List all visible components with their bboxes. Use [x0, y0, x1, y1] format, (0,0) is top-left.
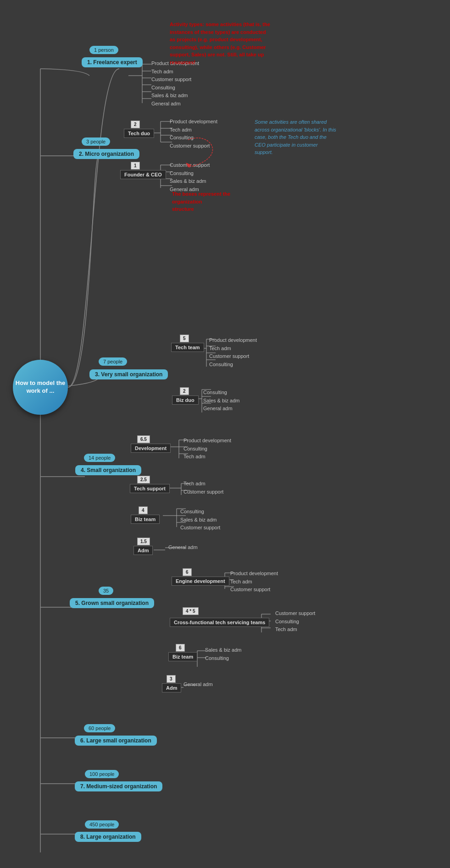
people-count-org8: 450 people: [85, 820, 119, 829]
count-bizteam-org4: 4: [139, 506, 148, 514]
org1-activities: Product development Tech adm Customer su…: [151, 60, 199, 108]
count-crossfunc-org5: 4 * 5: [183, 607, 199, 615]
org5-team3-activities: Sales & biz adm Consulting: [205, 646, 241, 662]
connector-lines: [0, 0, 450, 868]
org-name-4: 4. Small organization: [75, 465, 141, 475]
count-dev-org4: 6.5: [137, 435, 150, 443]
annotation-org-structure: The boxes represent theorganizationstruc…: [172, 190, 230, 213]
count-adm-org5: 3: [167, 675, 176, 683]
org3-team1-activities: Product development Tech adm Customer su…: [209, 336, 257, 368]
team-box-tech-team-org3: Tech team: [171, 343, 204, 352]
org-name-3: 3. Very small organization: [89, 369, 168, 379]
people-count-org4: 14 people: [84, 454, 115, 462]
svg-marker-65: [186, 163, 192, 167]
count-founder: 1: [131, 162, 140, 170]
team-box-crossfunc-org5: Cross-functional tech servicing teams: [170, 618, 269, 627]
team-box-founder: Founder & CEO: [120, 170, 166, 179]
org4-team4-activities: General adm: [168, 544, 198, 552]
count-enginedev-org5: 6: [183, 568, 192, 576]
people-count-org6: 60 people: [84, 724, 115, 732]
org-name-7: 7. Medium-sized organization: [75, 781, 162, 791]
team-box-bizteam-org4: Biz team: [131, 515, 160, 524]
shared-activity-arrow: [183, 135, 248, 172]
count-tech-duo: 2: [131, 121, 140, 128]
org4-team2-activities: Tech adm Customer support: [183, 480, 223, 496]
count-biz-duo-org3: 2: [180, 387, 189, 395]
center-node: How to model the work of ...: [13, 360, 68, 415]
count-bizteam-org5: 6: [176, 644, 185, 652]
team-box-enginedev-org5: Engine development: [172, 577, 229, 586]
team-box-biz-duo-org3: Biz duo: [172, 396, 199, 405]
people-count-org1: 1 person: [89, 46, 118, 54]
people-count-org5: 35: [99, 587, 113, 595]
org-name-8: 8. Large organization: [75, 832, 141, 842]
org5-team2-activities: Customer support Consulting Tech adm: [275, 610, 315, 634]
count-adm-org4: 1.5: [137, 538, 150, 545]
mind-map: How to model the work of ... Activity ty…: [0, 0, 450, 868]
org-name-6: 6. Large small organization: [75, 736, 157, 746]
team-box-tech-duo: Tech duo: [124, 129, 154, 138]
org-name-5: 5. Grown small organization: [70, 598, 154, 608]
team-box-adm-org4: Adm: [133, 546, 153, 555]
count-techsupport-org4: 2.5: [137, 476, 150, 483]
people-count-org7: 100 people: [85, 770, 119, 778]
team-box-adm-org5: Adm: [162, 683, 181, 692]
team-box-techsupport-org4: Tech support: [130, 484, 170, 493]
count-tech-team-org3: 5: [180, 335, 189, 342]
org5-team1-activities: Product development Tech adm Customer su…: [230, 570, 278, 594]
people-count-org2: 3 people: [82, 137, 110, 146]
center-label: How to model the work of ...: [13, 379, 68, 395]
people-count-org3: 7 people: [99, 357, 127, 366]
org4-team3-activities: Consulting Sales & biz adm Customer supp…: [180, 508, 220, 532]
org3-team2-activities: Consulting Sales & biz adm General adm: [203, 389, 239, 413]
org5-team4-activities: General adm: [183, 681, 213, 689]
org-name-1: 1. Freelance expert: [82, 57, 143, 67]
org-name-2: 2. Micro organization: [73, 149, 139, 159]
team-box-dev-org4: Development: [131, 444, 171, 453]
org4-team1-activities: Product development Consulting Tech adm: [183, 437, 231, 461]
team-box-bizteam-org5: Biz team: [168, 652, 197, 661]
annotation-shared-activities: Some activities are often shared across …: [255, 118, 337, 156]
annotation-activity-types: Activity types: some activities (that is…: [170, 21, 271, 66]
